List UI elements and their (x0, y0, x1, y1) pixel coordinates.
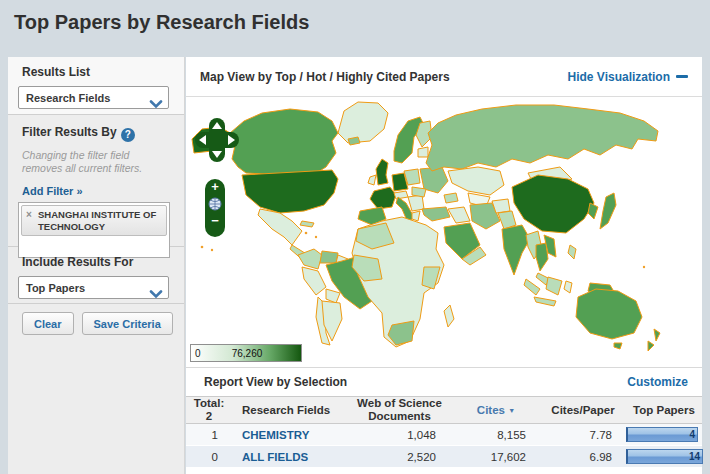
hide-visualization-link[interactable]: Hide Visualization (568, 70, 688, 84)
legend-min-label: 0 (195, 348, 201, 359)
table-row: 0 ALL FIELDS 2,520 17,602 6.98 14 (186, 446, 702, 468)
column-top-papers: Top Papers (626, 404, 702, 417)
chevron-down-icon (149, 285, 163, 303)
column-wos-documents: Web of Science Documents (347, 397, 452, 422)
table-header-row: Total: 2 Research Fields Web of Science … (186, 396, 702, 424)
customize-link[interactable]: Customize (627, 375, 688, 389)
remove-filter-icon[interactable]: × (26, 209, 32, 221)
table-row: 1 CHEMISTRY 1,048 8,155 7.78 4 (186, 424, 702, 446)
country-australia[interactable] (576, 289, 642, 339)
sidebar: Results List Research Fields Filter Resu… (8, 57, 185, 474)
country-new-zealand[interactable] (654, 329, 660, 341)
country-south-korea[interactable] (588, 203, 598, 219)
country-france[interactable] (370, 187, 396, 209)
filter-tag-label: SHANGHAI INSTITUTE OF TECHNOLOGY (38, 209, 156, 231)
cites-per-paper-value: 6.98 (540, 451, 626, 463)
island-java[interactable] (534, 297, 556, 306)
filter-tag: × SHANGHAI INSTITUTE OF TECHNOLOGY (21, 205, 167, 236)
docs-value: 2,520 (347, 451, 452, 463)
top-papers-cell: 14 (626, 449, 710, 464)
collapse-icon (676, 75, 688, 78)
region-caucasus[interactable] (444, 193, 458, 203)
country-japan[interactable] (600, 193, 616, 229)
country-iceland[interactable] (348, 137, 360, 145)
results-list-section: Results List Research Fields (8, 57, 184, 115)
docs-value: 1,048 (347, 429, 452, 441)
filter-label: Filter Results By? (22, 125, 184, 142)
island-sumatra[interactable] (524, 279, 540, 295)
map-pan-control[interactable] (195, 118, 239, 162)
country-canada[interactable] (230, 109, 338, 177)
cites-value: 17,602 (452, 451, 540, 463)
results-list-selected: Research Fields (26, 92, 110, 104)
country-india[interactable] (502, 225, 530, 275)
island-sulawesi[interactable] (564, 281, 572, 293)
row-count: 0 (186, 451, 232, 463)
country-russia[interactable] (426, 105, 658, 171)
choropleth-map[interactable] (186, 97, 702, 368)
field-link[interactable]: ALL FIELDS (232, 451, 347, 463)
country-china[interactable] (512, 175, 594, 233)
region-alps[interactable] (394, 191, 408, 199)
save-criteria-button[interactable]: Save Criteria (82, 312, 173, 335)
page-header: Top Papers by Research Fields (0, 0, 710, 57)
top-papers-bar[interactable]: 4 (626, 427, 698, 442)
column-total: Total: 2 (186, 397, 232, 422)
results-list-select[interactable]: Research Fields (18, 86, 169, 109)
filter-section: Filter Results By? Changing the filter f… (8, 115, 184, 247)
country-mexico[interactable] (258, 209, 302, 245)
report-view-title: Report View by Selection (204, 375, 347, 389)
column-cites-sort[interactable]: Cites ▼ (452, 404, 540, 417)
column-cites-per-paper: Cites/Paper (540, 404, 626, 417)
top-papers-bar[interactable]: 14 (626, 449, 703, 464)
country-romania[interactable] (412, 187, 426, 197)
include-results-select[interactable]: Top Papers (18, 276, 169, 299)
field-link[interactable]: CHEMISTRY (232, 429, 347, 441)
country-bolivia[interactable] (326, 289, 340, 303)
country-iraq[interactable] (448, 207, 470, 223)
map-legend: 0 76,260 (190, 344, 302, 362)
add-filter-link[interactable]: Add Filter » (22, 185, 83, 197)
region-baltics[interactable] (418, 147, 428, 157)
help-icon[interactable]: ? (121, 128, 135, 142)
zoom-out-icon[interactable]: − (205, 213, 225, 229)
country-greece[interactable] (412, 211, 420, 221)
island-borneo[interactable] (546, 277, 562, 295)
results-list-label: Results List (22, 65, 184, 79)
country-kazakhstan[interactable] (448, 167, 504, 195)
cites-per-paper-value: 7.78 (540, 429, 626, 441)
country-cuba[interactable] (300, 221, 314, 227)
country-philippines[interactable] (568, 245, 576, 259)
include-results-section: Include Results For Top Papers (8, 247, 184, 304)
row-count: 1 (186, 429, 232, 441)
country-venezuela[interactable] (320, 251, 338, 263)
country-greenland[interactable] (338, 102, 388, 143)
top-papers-cell: 4 (626, 427, 706, 442)
country-turkey[interactable] (422, 207, 450, 221)
map-zoom-control[interactable]: + − (205, 179, 225, 237)
page-title: Top Papers by Research Fields (14, 11, 309, 34)
legend-max-label: 76,260 (223, 348, 271, 359)
map-view-title: Map View by Top / Hot / Highly Cited Pap… (200, 70, 450, 84)
country-peru[interactable] (302, 267, 326, 295)
country-usa[interactable] (242, 170, 338, 213)
zoom-in-icon[interactable]: + (205, 179, 225, 195)
report-table: Total: 2 Research Fields Web of Science … (186, 396, 702, 468)
island-madagascar[interactable] (444, 305, 454, 327)
country-new-zealand-south[interactable] (648, 341, 654, 351)
country-uk[interactable] (376, 159, 388, 185)
main-panel: Map View by Top / Hot / Highly Cited Pap… (186, 57, 702, 474)
column-research-fields: Research Fields (232, 404, 347, 417)
region-balkans[interactable] (408, 195, 424, 211)
region-east-africa[interactable] (422, 267, 440, 289)
include-results-label: Include Results For (22, 255, 184, 269)
map-view-header: Map View by Top / Hot / Highly Cited Pap… (186, 57, 702, 97)
country-ireland[interactable] (368, 175, 376, 185)
world-map[interactable]: + − 0 76,260 (186, 97, 702, 368)
island-tasmania[interactable] (614, 343, 622, 349)
sort-desc-icon: ▼ (508, 407, 515, 414)
globe-icon[interactable] (205, 195, 225, 213)
clear-button[interactable]: Clear (22, 312, 74, 335)
filter-note: Changing the filter field removes all cu… (22, 149, 172, 175)
report-view-header: Report View by Selection Customize (186, 368, 702, 396)
